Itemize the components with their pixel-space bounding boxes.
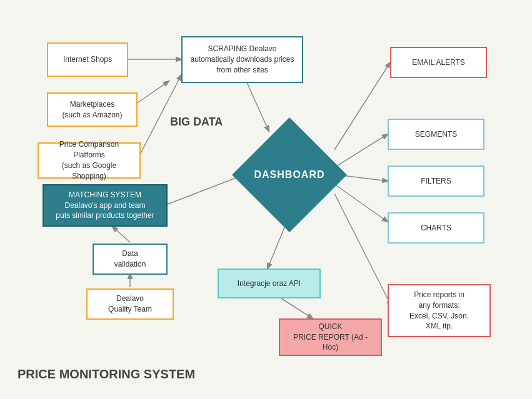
dashboard-label: DASHBOARD [254, 169, 325, 180]
filters-label: FILTERS [421, 176, 451, 187]
price-reports-box: Price reports inany formats:Excel, CSV, … [388, 284, 491, 337]
marketplaces-label: Marketplaces(such as Amazon) [62, 99, 122, 121]
quick-report-box: QUICKPRICE REPORT (Ad - Hoc) [279, 318, 382, 356]
svg-line-4 [164, 175, 244, 205]
diagram: Internet Shops Marketplaces(such as Amaz… [0, 0, 532, 399]
svg-line-13 [281, 298, 313, 318]
big-data-label: BIG DATA [170, 116, 223, 129]
charts-label: CHARTS [421, 223, 451, 234]
price-monitoring-label: PRICE MONITORING SYSTEM [18, 367, 195, 382]
dashboard-diamond-container: DASHBOARD [246, 131, 333, 219]
segments-box: SEGMENTS [388, 119, 484, 150]
internet-shops-box: Internet Shops [47, 42, 128, 77]
integrations-box: Integracje oraz API [218, 268, 321, 298]
price-reports-label: Price reports inany formats:Excel, CSV, … [409, 290, 469, 332]
svg-line-12 [334, 194, 391, 306]
email-alerts-label: EMAIL ALERTS [412, 57, 465, 68]
segments-label: SEGMENTS [415, 129, 457, 140]
svg-line-5 [113, 227, 130, 242]
scraping-box: SCRAPING Dealavoautomatically downloads … [181, 36, 303, 83]
integrations-label: Integracje oraz API [238, 278, 301, 289]
data-validation-label: Datavalidation [114, 249, 146, 270]
matching-system-box: MATCHING SYSTEMDealavo's app and teamput… [43, 184, 168, 227]
dealavo-quality-box: DealavoQuality Team [86, 288, 174, 320]
filters-box: FILTERS [388, 165, 484, 197]
charts-box: CHARTS [388, 212, 484, 244]
svg-line-8 [338, 134, 388, 165]
data-validation-box: Datavalidation [93, 244, 168, 275]
dealavo-quality-label: DealavoQuality Team [108, 293, 152, 315]
marketplaces-box: Marketplaces(such as Amazon) [47, 92, 138, 127]
price-comparison-label: Price Comparison Platforms(such as Googl… [45, 139, 133, 181]
email-alerts-box: EMAIL ALERTS [390, 47, 487, 78]
svg-line-10 [334, 184, 388, 222]
matching-system-label: MATCHING SYSTEMDealavo's app and teamput… [56, 190, 154, 221]
scraping-label: SCRAPING Dealavoautomatically downloads … [190, 44, 294, 75]
svg-line-7 [334, 62, 390, 150]
price-comparison-box: Price Comparison Platforms(such as Googl… [38, 142, 141, 179]
internet-shops-label: Internet Shops [63, 54, 112, 65]
quick-report-label: QUICKPRICE REPORT (Ad - Hoc) [286, 322, 374, 353]
